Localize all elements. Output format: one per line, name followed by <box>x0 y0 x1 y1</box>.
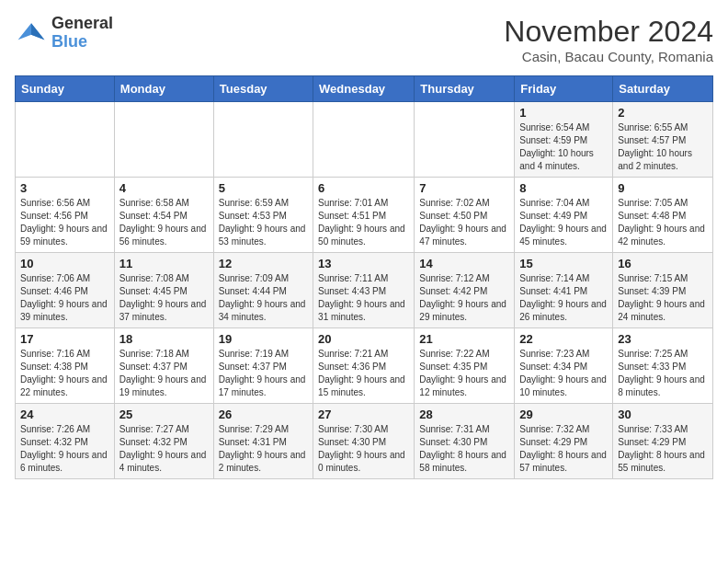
day-cell: 15Sunrise: 7:14 AM Sunset: 4:41 PM Dayli… <box>515 253 613 328</box>
day-number: 8 <box>519 181 608 195</box>
day-cell <box>114 102 213 178</box>
day-number: 28 <box>419 408 509 421</box>
day-cell <box>313 102 415 178</box>
day-number: 15 <box>519 257 608 270</box>
day-number: 24 <box>20 408 109 421</box>
day-info: Sunrise: 6:54 AM Sunset: 4:59 PM Dayligh… <box>519 121 608 173</box>
day-header-sunday: Sunday <box>16 76 115 102</box>
day-number: 25 <box>119 408 209 421</box>
day-number: 30 <box>618 408 708 421</box>
day-cell: 2Sunrise: 6:55 AM Sunset: 4:57 PM Daylig… <box>613 102 713 178</box>
day-header-friday: Friday <box>515 76 613 102</box>
calendar-table: SundayMondayTuesdayWednesdayThursdayFrid… <box>15 75 713 479</box>
day-cell: 16Sunrise: 7:15 AM Sunset: 4:39 PM Dayli… <box>613 253 713 328</box>
day-cell: 18Sunrise: 7:18 AM Sunset: 4:37 PM Dayli… <box>114 328 213 404</box>
day-header-tuesday: Tuesday <box>213 76 313 102</box>
day-info: Sunrise: 7:16 AM Sunset: 4:38 PM Dayligh… <box>20 348 109 399</box>
day-info: Sunrise: 7:26 AM Sunset: 4:32 PM Dayligh… <box>20 423 109 475</box>
day-number: 16 <box>618 257 708 270</box>
day-number: 20 <box>318 332 409 346</box>
day-cell: 23Sunrise: 7:25 AM Sunset: 4:33 PM Dayli… <box>613 328 713 404</box>
day-info: Sunrise: 7:09 AM Sunset: 4:44 PM Dayligh… <box>219 272 308 324</box>
day-cell: 1Sunrise: 6:54 AM Sunset: 4:59 PM Daylig… <box>515 102 613 178</box>
day-cell: 30Sunrise: 7:33 AM Sunset: 4:29 PM Dayli… <box>613 404 713 479</box>
header: General Blue November 2024 Casin, Bacau … <box>15 15 713 64</box>
day-header-saturday: Saturday <box>613 76 713 102</box>
day-cell: 27Sunrise: 7:30 AM Sunset: 4:30 PM Dayli… <box>313 404 415 479</box>
day-info: Sunrise: 7:06 AM Sunset: 4:46 PM Dayligh… <box>20 272 109 324</box>
day-header-monday: Monday <box>114 76 213 102</box>
day-cell: 29Sunrise: 7:32 AM Sunset: 4:29 PM Dayli… <box>515 404 613 479</box>
day-info: Sunrise: 7:19 AM Sunset: 4:37 PM Dayligh… <box>219 348 308 399</box>
day-info: Sunrise: 7:11 AM Sunset: 4:43 PM Dayligh… <box>318 272 409 324</box>
calendar-title: November 2024 <box>504 15 713 49</box>
day-info: Sunrise: 7:05 AM Sunset: 4:48 PM Dayligh… <box>618 197 708 248</box>
day-cell: 11Sunrise: 7:08 AM Sunset: 4:45 PM Dayli… <box>114 253 213 328</box>
day-number: 1 <box>519 106 608 120</box>
day-number: 3 <box>20 181 109 195</box>
day-info: Sunrise: 7:32 AM Sunset: 4:29 PM Dayligh… <box>519 423 608 475</box>
day-number: 18 <box>119 332 209 346</box>
day-info: Sunrise: 7:27 AM Sunset: 4:32 PM Dayligh… <box>119 423 209 475</box>
day-cell <box>16 102 115 178</box>
day-number: 9 <box>618 181 708 195</box>
title-area: November 2024 Casin, Bacau County, Roman… <box>504 15 713 64</box>
day-info: Sunrise: 7:31 AM Sunset: 4:30 PM Dayligh… <box>419 423 509 475</box>
day-cell: 7Sunrise: 7:02 AM Sunset: 4:50 PM Daylig… <box>415 178 515 253</box>
day-cell: 4Sunrise: 6:58 AM Sunset: 4:54 PM Daylig… <box>114 178 213 253</box>
day-number: 19 <box>219 332 308 346</box>
day-number: 23 <box>618 332 708 346</box>
logo-text: General Blue <box>51 15 113 52</box>
logo: General Blue <box>15 15 113 52</box>
day-info: Sunrise: 6:56 AM Sunset: 4:56 PM Dayligh… <box>20 197 109 248</box>
day-info: Sunrise: 6:55 AM Sunset: 4:57 PM Dayligh… <box>618 121 708 173</box>
day-number: 21 <box>419 332 509 346</box>
week-row-2: 3Sunrise: 6:56 AM Sunset: 4:56 PM Daylig… <box>16 178 713 253</box>
day-info: Sunrise: 7:23 AM Sunset: 4:34 PM Dayligh… <box>519 348 608 399</box>
day-info: Sunrise: 7:12 AM Sunset: 4:42 PM Dayligh… <box>419 272 509 324</box>
day-cell: 3Sunrise: 6:56 AM Sunset: 4:56 PM Daylig… <box>16 178 115 253</box>
day-info: Sunrise: 7:02 AM Sunset: 4:50 PM Dayligh… <box>419 197 509 248</box>
day-cell: 9Sunrise: 7:05 AM Sunset: 4:48 PM Daylig… <box>613 178 713 253</box>
day-info: Sunrise: 6:58 AM Sunset: 4:54 PM Dayligh… <box>119 197 209 248</box>
day-number: 26 <box>219 408 308 421</box>
header-row: SundayMondayTuesdayWednesdayThursdayFrid… <box>16 76 713 102</box>
day-cell: 22Sunrise: 7:23 AM Sunset: 4:34 PM Dayli… <box>515 328 613 404</box>
day-cell: 28Sunrise: 7:31 AM Sunset: 4:30 PM Dayli… <box>415 404 515 479</box>
day-cell <box>415 102 515 178</box>
day-info: Sunrise: 7:30 AM Sunset: 4:30 PM Dayligh… <box>318 423 409 475</box>
day-cell: 17Sunrise: 7:16 AM Sunset: 4:38 PM Dayli… <box>16 328 115 404</box>
day-cell: 26Sunrise: 7:29 AM Sunset: 4:31 PM Dayli… <box>213 404 313 479</box>
day-number: 17 <box>20 332 109 346</box>
svg-marker-1 <box>31 23 44 40</box>
logo-icon <box>15 17 48 50</box>
week-row-3: 10Sunrise: 7:06 AM Sunset: 4:46 PM Dayli… <box>16 253 713 328</box>
day-info: Sunrise: 7:21 AM Sunset: 4:36 PM Dayligh… <box>318 348 409 399</box>
day-cell: 20Sunrise: 7:21 AM Sunset: 4:36 PM Dayli… <box>313 328 415 404</box>
day-cell: 6Sunrise: 7:01 AM Sunset: 4:51 PM Daylig… <box>313 178 415 253</box>
day-number: 27 <box>318 408 409 421</box>
day-info: Sunrise: 7:08 AM Sunset: 4:45 PM Dayligh… <box>119 272 209 324</box>
day-number: 13 <box>318 257 409 270</box>
day-number: 4 <box>119 181 209 195</box>
day-number: 11 <box>119 257 209 270</box>
day-cell: 8Sunrise: 7:04 AM Sunset: 4:49 PM Daylig… <box>515 178 613 253</box>
day-info: Sunrise: 7:29 AM Sunset: 4:31 PM Dayligh… <box>219 423 308 475</box>
day-info: Sunrise: 7:04 AM Sunset: 4:49 PM Dayligh… <box>519 197 608 248</box>
day-info: Sunrise: 6:59 AM Sunset: 4:53 PM Dayligh… <box>219 197 308 248</box>
day-header-wednesday: Wednesday <box>313 76 415 102</box>
day-cell: 10Sunrise: 7:06 AM Sunset: 4:46 PM Dayli… <box>16 253 115 328</box>
day-number: 22 <box>519 332 608 346</box>
day-cell: 5Sunrise: 6:59 AM Sunset: 4:53 PM Daylig… <box>213 178 313 253</box>
day-number: 10 <box>20 257 109 270</box>
day-info: Sunrise: 7:18 AM Sunset: 4:37 PM Dayligh… <box>119 348 209 399</box>
day-cell: 21Sunrise: 7:22 AM Sunset: 4:35 PM Dayli… <box>415 328 515 404</box>
day-number: 7 <box>419 181 509 195</box>
day-cell: 13Sunrise: 7:11 AM Sunset: 4:43 PM Dayli… <box>313 253 415 328</box>
day-number: 12 <box>219 257 308 270</box>
day-cell: 25Sunrise: 7:27 AM Sunset: 4:32 PM Dayli… <box>114 404 213 479</box>
day-header-thursday: Thursday <box>415 76 515 102</box>
day-info: Sunrise: 7:22 AM Sunset: 4:35 PM Dayligh… <box>419 348 509 399</box>
day-number: 14 <box>419 257 509 270</box>
day-cell <box>213 102 313 178</box>
